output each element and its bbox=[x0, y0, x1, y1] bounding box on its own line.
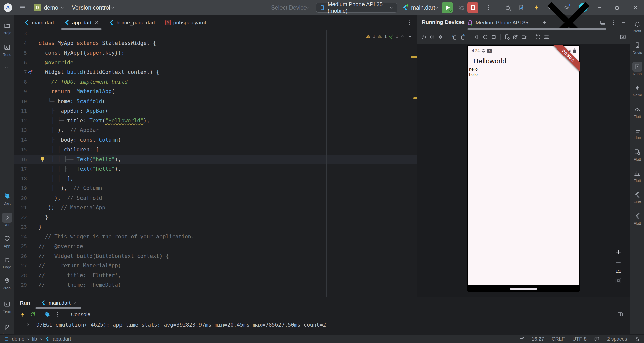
code-line[interactable]: 5 const MyApp({super.key}); bbox=[14, 48, 417, 58]
main-menu-icon[interactable] bbox=[19, 4, 26, 11]
sidebar-item-dart-analysis[interactable]: Dart bbox=[0, 191, 14, 205]
select-device-dropdown[interactable]: Select Device bbox=[271, 0, 307, 15]
line-number[interactable]: 4 bbox=[14, 38, 27, 48]
line-number[interactable]: 10 bbox=[14, 96, 27, 106]
code-line[interactable]: 18 │ │ ], bbox=[14, 174, 417, 184]
prev-problem-icon[interactable] bbox=[400, 34, 406, 39]
code-line[interactable]: 24 // This widget is the root of your ap… bbox=[14, 232, 417, 242]
rotate-right-icon[interactable] bbox=[460, 34, 466, 40]
tab-home_page.dart[interactable]: home_page.dart bbox=[104, 15, 160, 30]
line-number[interactable]: 24 bbox=[14, 232, 27, 242]
console-log-line[interactable]: D/EGL_emulation( 4625): app_time_stats: … bbox=[36, 322, 326, 328]
more-options-icon[interactable] bbox=[610, 20, 616, 26]
navigation-pill[interactable] bbox=[510, 288, 537, 290]
sidebar-item-terminal[interactable]: Term bbox=[0, 299, 14, 313]
more-options-icon[interactable] bbox=[54, 311, 60, 317]
line-number[interactable]: 8 bbox=[14, 77, 27, 87]
code-line[interactable]: 7 Widget build(BuildContext context) { bbox=[14, 67, 417, 77]
zoom-out-icon[interactable] bbox=[615, 259, 622, 266]
tab-pubspec.yaml[interactable]: Ypubspec.yaml bbox=[160, 15, 211, 30]
camera-icon[interactable] bbox=[513, 34, 519, 40]
sidebar-item-flutter-tool-1[interactable]: Flutt bbox=[630, 190, 644, 204]
line-number[interactable]: 3 bbox=[14, 30, 27, 38]
line-number[interactable]: 7 bbox=[14, 67, 27, 77]
back-icon[interactable] bbox=[473, 34, 480, 40]
device-settings-icon[interactable] bbox=[504, 34, 510, 40]
line-number[interactable]: 22 bbox=[14, 213, 27, 222]
line-number[interactable]: 9 bbox=[14, 87, 27, 96]
line-number[interactable]: 23 bbox=[14, 222, 27, 232]
code-line[interactable]: 20 ), // Scaffold bbox=[14, 193, 417, 203]
running-device-chip[interactable]: Medium Phone API 35 (mobile) bbox=[316, 3, 397, 13]
sidebar-item-running-devices[interactable]: Runn bbox=[630, 62, 644, 76]
vol-up-icon[interactable] bbox=[429, 34, 435, 40]
vcs-widget[interactable]: Version control bbox=[72, 0, 110, 15]
override-marker-icon[interactable] bbox=[27, 69, 33, 75]
code-line[interactable]: 25// @override bbox=[14, 241, 417, 251]
sidebar-item-notifications[interactable]: Notif bbox=[630, 19, 644, 33]
close-icon[interactable] bbox=[73, 301, 78, 305]
sidebar-item-gemini[interactable]: Gemi bbox=[630, 83, 644, 97]
expand-log-icon[interactable] bbox=[26, 322, 30, 327]
chevron-down-icon[interactable] bbox=[110, 5, 115, 10]
tab-app.dart[interactable]: app.dart bbox=[59, 15, 104, 30]
code-line[interactable]: 12 │ ├─ title: Text("Helloworld"), bbox=[14, 116, 417, 126]
layout-icon[interactable] bbox=[600, 20, 606, 26]
fit-to-window-icon[interactable] bbox=[615, 277, 622, 284]
code-line[interactable]: 27// return MaterialApp( bbox=[14, 261, 417, 271]
notifications-icon[interactable] bbox=[594, 336, 599, 342]
line-number[interactable]: 29 bbox=[14, 280, 27, 290]
phone-screen[interactable]: 4:24 A 3G Helloworld hello hello bbox=[468, 46, 579, 285]
attach-debugger-icon[interactable] bbox=[505, 4, 512, 11]
crumb-dir[interactable]: lib bbox=[32, 336, 37, 342]
keyboard-icon[interactable] bbox=[543, 34, 550, 40]
sidebar-item-flutter-inspector[interactable]: Flutt bbox=[630, 147, 644, 161]
window-restore-icon[interactable] bbox=[614, 5, 620, 11]
ai-assistant-off-icon[interactable] bbox=[519, 336, 524, 342]
line-number[interactable]: 17 bbox=[14, 164, 27, 174]
sidebar-item-flutter-profiler[interactable]: Flutt bbox=[630, 168, 644, 183]
line-number[interactable]: 16 bbox=[14, 155, 27, 164]
code-line[interactable]: 19 │ ), // Column bbox=[14, 183, 417, 193]
line-number[interactable]: 20 bbox=[14, 193, 27, 203]
inspection-widget[interactable]: 1 1 1 bbox=[366, 34, 413, 39]
code-line[interactable]: 3 bbox=[14, 30, 417, 38]
sidebar-item-run[interactable]: Run bbox=[0, 213, 14, 227]
vol-down-icon[interactable] bbox=[438, 34, 444, 40]
breadcrumb[interactable]: demo › lib › app.dart bbox=[4, 335, 71, 343]
device-mirror-icon[interactable] bbox=[518, 4, 525, 11]
project-avatar[interactable]: D bbox=[34, 4, 41, 11]
sidebar-item-project[interactable]: Proje bbox=[0, 21, 14, 35]
code-line[interactable]: 8 // TODO: implement build bbox=[14, 77, 417, 87]
line-number[interactable]: 18 bbox=[14, 174, 27, 184]
code-line[interactable]: 22 } bbox=[14, 213, 417, 222]
line-number[interactable]: 21 bbox=[14, 203, 27, 213]
line-number[interactable]: 15 bbox=[14, 145, 27, 155]
overview-icon[interactable] bbox=[491, 34, 497, 40]
line-separator-widget[interactable]: CRLF bbox=[552, 336, 565, 342]
next-problem-icon[interactable] bbox=[407, 34, 413, 39]
code-line[interactable]: 21 ); // MaterialApp bbox=[14, 203, 417, 213]
sidebar-item-resource-manager[interactable]: Reso bbox=[0, 42, 14, 57]
rotate-left-icon[interactable] bbox=[451, 34, 458, 40]
more-v-icon[interactable] bbox=[552, 34, 558, 40]
scrollbar-warning-mark[interactable] bbox=[413, 97, 417, 99]
encoding-widget[interactable]: UTF-8 bbox=[572, 336, 587, 342]
code-line[interactable]: 6 @override bbox=[14, 58, 417, 68]
video-icon[interactable] bbox=[521, 34, 528, 40]
sidebar-item-device-manager[interactable]: Devic bbox=[630, 40, 644, 55]
line-number[interactable]: 14 bbox=[14, 135, 27, 145]
sidebar-item-app-quality[interactable]: App bbox=[0, 234, 14, 248]
line-number[interactable]: 13 bbox=[14, 125, 27, 135]
line-number[interactable]: 27 bbox=[14, 261, 27, 271]
tab-options-icon[interactable] bbox=[406, 20, 412, 26]
home-icon[interactable] bbox=[482, 34, 488, 40]
hot-restart-icon[interactable] bbox=[30, 311, 36, 317]
sidebar-item-flutter-tool-2[interactable]: Flutt bbox=[630, 211, 644, 225]
line-number[interactable]: 6 bbox=[14, 58, 27, 68]
scrollbar-warning-mark[interactable] bbox=[411, 56, 417, 58]
hide-panel-icon[interactable] bbox=[620, 20, 626, 26]
emulator-display[interactable]: 4:24 A 3G Helloworld hello hello DEBUG bbox=[467, 45, 580, 292]
power-icon[interactable] bbox=[421, 34, 427, 40]
add-device-icon[interactable] bbox=[541, 20, 547, 26]
